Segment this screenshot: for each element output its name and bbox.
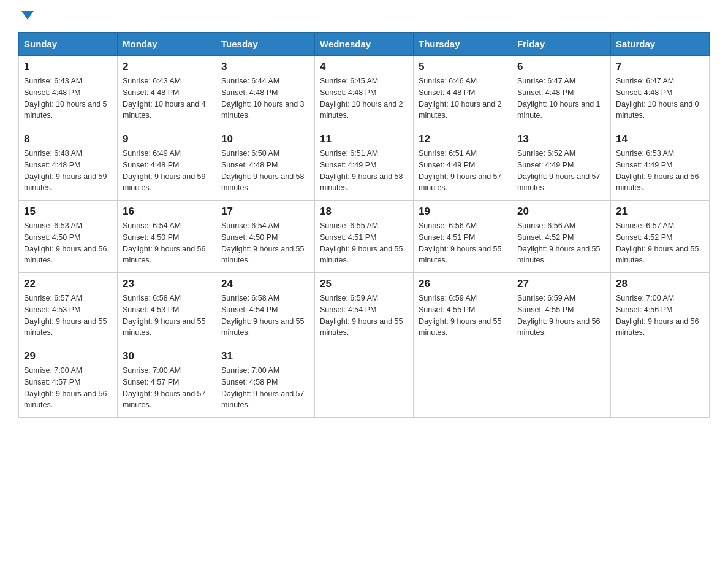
- calendar-cell: 19 Sunrise: 6:56 AMSunset: 4:51 PMDaylig…: [414, 201, 512, 273]
- day-info: Sunrise: 6:58 AMSunset: 4:53 PMDaylight:…: [123, 294, 206, 337]
- calendar-cell: 29 Sunrise: 7:00 AMSunset: 4:57 PMDaylig…: [19, 345, 118, 418]
- day-info: Sunrise: 6:47 AMSunset: 4:48 PMDaylight:…: [616, 77, 699, 120]
- calendar-cell: 7 Sunrise: 6:47 AMSunset: 4:48 PMDayligh…: [611, 56, 710, 128]
- calendar-cell: 25 Sunrise: 6:59 AMSunset: 4:54 PMDaylig…: [315, 273, 414, 345]
- day-number: 12: [419, 133, 507, 145]
- day-info: Sunrise: 6:54 AMSunset: 4:50 PMDaylight:…: [221, 221, 305, 264]
- calendar-cell: 20 Sunrise: 6:56 AMSunset: 4:52 PMDaylig…: [512, 201, 611, 273]
- calendar-header-row: SundayMondayTuesdayWednesdayThursdayFrid…: [19, 33, 710, 56]
- day-number: 30: [123, 350, 211, 362]
- calendar-cell: 31 Sunrise: 7:00 AMSunset: 4:58 PMDaylig…: [216, 345, 315, 418]
- day-number: 5: [419, 61, 507, 73]
- day-info: Sunrise: 6:52 AMSunset: 4:49 PMDaylight:…: [517, 149, 601, 192]
- day-number: 23: [123, 278, 211, 290]
- day-number: 3: [221, 61, 309, 73]
- day-info: Sunrise: 6:54 AMSunset: 4:50 PMDaylight:…: [123, 221, 206, 264]
- logo-triangle-icon: [21, 11, 34, 20]
- calendar-cell: 12 Sunrise: 6:51 AMSunset: 4:49 PMDaylig…: [414, 128, 512, 201]
- calendar-week-row: 15 Sunrise: 6:53 AMSunset: 4:50 PMDaylig…: [19, 201, 710, 273]
- day-number: 1: [24, 61, 112, 73]
- day-info: Sunrise: 6:48 AMSunset: 4:48 PMDaylight:…: [24, 149, 107, 192]
- day-info: Sunrise: 6:44 AMSunset: 4:48 PMDaylight:…: [221, 77, 305, 120]
- day-number: 14: [616, 133, 704, 145]
- calendar-cell: 13 Sunrise: 6:52 AMSunset: 4:49 PMDaylig…: [512, 128, 611, 201]
- calendar-cell: 10 Sunrise: 6:50 AMSunset: 4:48 PMDaylig…: [216, 128, 315, 201]
- calendar-week-row: 8 Sunrise: 6:48 AMSunset: 4:48 PMDayligh…: [19, 128, 710, 201]
- day-info: Sunrise: 6:51 AMSunset: 4:49 PMDaylight:…: [419, 149, 502, 192]
- day-number: 28: [616, 278, 704, 290]
- calendar-cell: 16 Sunrise: 6:54 AMSunset: 4:50 PMDaylig…: [118, 201, 216, 273]
- day-info: Sunrise: 6:43 AMSunset: 4:48 PMDaylight:…: [123, 77, 206, 120]
- day-number: 6: [517, 61, 605, 73]
- day-number: 19: [419, 205, 507, 218]
- day-info: Sunrise: 6:53 AMSunset: 4:49 PMDaylight:…: [616, 149, 699, 192]
- day-info: Sunrise: 6:53 AMSunset: 4:50 PMDaylight:…: [24, 221, 107, 264]
- day-number: 13: [517, 133, 605, 145]
- calendar-cell: 15 Sunrise: 6:53 AMSunset: 4:50 PMDaylig…: [19, 201, 118, 273]
- day-info: Sunrise: 6:56 AMSunset: 4:52 PMDaylight:…: [517, 221, 601, 264]
- calendar-cell: 18 Sunrise: 6:55 AMSunset: 4:51 PMDaylig…: [315, 201, 414, 273]
- calendar-cell: 21 Sunrise: 6:57 AMSunset: 4:52 PMDaylig…: [611, 201, 710, 273]
- day-number: 25: [320, 278, 408, 290]
- calendar-cell: [414, 345, 512, 418]
- day-number: 17: [221, 205, 309, 218]
- calendar-table: SundayMondayTuesdayWednesdayThursdayFrid…: [18, 32, 710, 418]
- page-header: [18, 12, 710, 21]
- day-number: 24: [221, 278, 309, 290]
- day-number: 16: [123, 205, 211, 218]
- day-info: Sunrise: 7:00 AMSunset: 4:56 PMDaylight:…: [616, 294, 699, 337]
- calendar-cell: [512, 345, 611, 418]
- calendar-cell: 5 Sunrise: 6:46 AMSunset: 4:48 PMDayligh…: [414, 56, 512, 128]
- day-info: Sunrise: 6:55 AMSunset: 4:51 PMDaylight:…: [320, 221, 403, 264]
- day-info: Sunrise: 6:46 AMSunset: 4:48 PMDaylight:…: [419, 77, 502, 120]
- day-info: Sunrise: 6:47 AMSunset: 4:48 PMDaylight:…: [517, 77, 601, 120]
- day-info: Sunrise: 6:57 AMSunset: 4:53 PMDaylight:…: [24, 294, 107, 337]
- calendar-cell: 17 Sunrise: 6:54 AMSunset: 4:50 PMDaylig…: [216, 201, 315, 273]
- day-number: 2: [123, 61, 211, 73]
- day-info: Sunrise: 7:00 AMSunset: 4:57 PMDaylight:…: [24, 366, 107, 409]
- calendar-cell: [611, 345, 710, 418]
- calendar-week-row: 29 Sunrise: 7:00 AMSunset: 4:57 PMDaylig…: [19, 345, 710, 418]
- day-number: 9: [123, 133, 211, 145]
- day-number: 7: [616, 61, 704, 73]
- day-info: Sunrise: 6:43 AMSunset: 4:48 PMDaylight:…: [24, 77, 107, 120]
- calendar-cell: 11 Sunrise: 6:51 AMSunset: 4:49 PMDaylig…: [315, 128, 414, 201]
- day-info: Sunrise: 6:57 AMSunset: 4:52 PMDaylight:…: [616, 221, 699, 264]
- day-number: 31: [221, 350, 309, 362]
- day-info: Sunrise: 6:45 AMSunset: 4:48 PMDaylight:…: [320, 77, 403, 120]
- calendar-cell: 28 Sunrise: 7:00 AMSunset: 4:56 PMDaylig…: [611, 273, 710, 345]
- calendar-cell: 23 Sunrise: 6:58 AMSunset: 4:53 PMDaylig…: [118, 273, 216, 345]
- calendar-cell: 3 Sunrise: 6:44 AMSunset: 4:48 PMDayligh…: [216, 56, 315, 128]
- calendar-cell: 22 Sunrise: 6:57 AMSunset: 4:53 PMDaylig…: [19, 273, 118, 345]
- column-header-friday: Friday: [512, 33, 611, 56]
- day-info: Sunrise: 6:49 AMSunset: 4:48 PMDaylight:…: [123, 149, 206, 192]
- column-header-thursday: Thursday: [414, 33, 512, 56]
- column-header-wednesday: Wednesday: [315, 33, 414, 56]
- day-number: 11: [320, 133, 408, 145]
- day-info: Sunrise: 6:51 AMSunset: 4:49 PMDaylight:…: [320, 149, 403, 192]
- day-info: Sunrise: 7:00 AMSunset: 4:57 PMDaylight:…: [123, 366, 206, 409]
- day-info: Sunrise: 6:59 AMSunset: 4:55 PMDaylight:…: [419, 294, 502, 337]
- day-info: Sunrise: 6:56 AMSunset: 4:51 PMDaylight:…: [419, 221, 502, 264]
- calendar-cell: 2 Sunrise: 6:43 AMSunset: 4:48 PMDayligh…: [118, 56, 216, 128]
- day-info: Sunrise: 6:59 AMSunset: 4:54 PMDaylight:…: [320, 294, 403, 337]
- day-number: 10: [221, 133, 309, 145]
- calendar-week-row: 1 Sunrise: 6:43 AMSunset: 4:48 PMDayligh…: [19, 56, 710, 128]
- calendar-cell: 9 Sunrise: 6:49 AMSunset: 4:48 PMDayligh…: [118, 128, 216, 201]
- day-number: 8: [24, 133, 112, 145]
- calendar-cell: [315, 345, 414, 418]
- calendar-cell: 14 Sunrise: 6:53 AMSunset: 4:49 PMDaylig…: [611, 128, 710, 201]
- day-number: 15: [24, 205, 112, 218]
- column-header-monday: Monday: [118, 33, 216, 56]
- day-number: 29: [24, 350, 112, 362]
- calendar-cell: 27 Sunrise: 6:59 AMSunset: 4:55 PMDaylig…: [512, 273, 611, 345]
- day-number: 20: [517, 205, 605, 218]
- day-number: 4: [320, 61, 408, 73]
- calendar-cell: 26 Sunrise: 6:59 AMSunset: 4:55 PMDaylig…: [414, 273, 512, 345]
- column-header-saturday: Saturday: [611, 33, 710, 56]
- logo: [18, 12, 34, 21]
- day-number: 21: [616, 205, 704, 218]
- day-number: 18: [320, 205, 408, 218]
- calendar-week-row: 22 Sunrise: 6:57 AMSunset: 4:53 PMDaylig…: [19, 273, 710, 345]
- calendar-cell: 4 Sunrise: 6:45 AMSunset: 4:48 PMDayligh…: [315, 56, 414, 128]
